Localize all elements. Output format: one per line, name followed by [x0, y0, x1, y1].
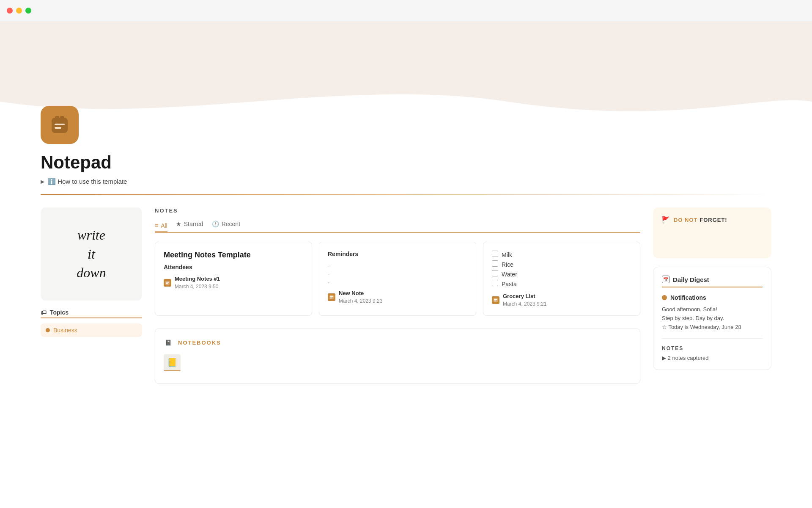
checkbox-milk[interactable]	[492, 251, 498, 257]
left-sidebar: writeitdown 🏷 Topics Business	[41, 207, 142, 340]
section-divider	[41, 194, 771, 195]
right-sidebar: 🚩 DO NOT FORGET! 📅 Daily Digest Noti	[653, 207, 771, 370]
tab-all-label: All	[161, 222, 167, 229]
tagline-text: Step by step. Day by day.	[662, 314, 763, 323]
daily-digest-card: 📅 Daily Digest Notifications Good aftern…	[653, 267, 771, 370]
tab-recent-label: Recent	[222, 221, 240, 227]
checklist-milk: Milk	[492, 251, 631, 259]
topics-label: Topics	[50, 309, 69, 316]
note-card-newnote-footer: New Note March 4, 2023 9:23	[328, 290, 467, 304]
do-not-forget-highlight: DO NOT	[674, 217, 698, 223]
svg-rect-8	[329, 295, 334, 299]
reminder-line-1: -	[328, 262, 467, 269]
notebooks-icon-wrap: 📓	[164, 337, 174, 348]
three-col-layout: writeitdown 🏷 Topics Business NOTES	[41, 207, 771, 384]
notifications-title: Notifications	[662, 294, 763, 301]
checklist-milk-label: Milk	[502, 251, 512, 258]
note-date-newnote: March 4, 2023 9:23	[339, 298, 382, 304]
notes-tabs: ≡ All ★ Starred 🕐 Recent	[155, 221, 640, 233]
notebook-tab[interactable]: 📒	[164, 354, 181, 371]
topics-header: 🏷 Topics	[41, 309, 142, 318]
do-not-forget-suffix: FORGET!	[700, 217, 727, 223]
notes-captured-text: ▶ 2 notes captured	[662, 355, 708, 361]
minimize-button[interactable]	[16, 8, 22, 14]
calendar-icon: 📅	[662, 276, 669, 283]
template-toggle-label: ℹ️ How to use this template	[48, 178, 127, 185]
note-card-grocery-footer: Grocery List March 4, 2023 9:21	[492, 293, 631, 307]
do-not-forget-card: 🚩 DO NOT FORGET!	[653, 207, 771, 258]
note-icon-grocery	[492, 296, 499, 304]
titlebar	[0, 0, 812, 21]
checkbox-pasta[interactable]	[492, 280, 498, 286]
tab-all[interactable]: ≡ All	[155, 222, 167, 232]
svg-rect-12	[494, 299, 497, 300]
middle-content: NOTES ≡ All ★ Starred 🕐 Recent	[155, 207, 640, 384]
notebook-tab-icon: 📒	[167, 357, 178, 367]
svg-rect-10	[330, 298, 332, 298]
write-text: writeitdown	[77, 226, 106, 282]
note-date-meeting: March 4, 2023 9:50	[175, 284, 220, 290]
flag-icon: 🚩	[661, 216, 670, 224]
reminder-line-2: -	[328, 271, 467, 277]
template-toggle[interactable]: ▶ ℹ️ How to use this template	[41, 178, 771, 185]
note-card-newnote[interactable]: Reminders - - -	[319, 242, 476, 316]
checkbox-rice[interactable]	[492, 260, 498, 267]
topics-section: 🏷 Topics Business	[41, 309, 142, 340]
checklist-water: Water	[492, 270, 631, 278]
note-card-meeting-subtitle: Attendees	[164, 264, 303, 271]
notebooks-title-label: NOTEBOOKS	[178, 340, 221, 346]
greeting-text: Good afternoon, Sofia!	[662, 305, 763, 314]
notes-digest-title: NOTES	[662, 338, 763, 351]
notebooks-section: 📓 NOTEBOOKS 📒	[155, 329, 640, 384]
notif-greeting: Good afternoon, Sofia! Step by step. Day…	[662, 305, 763, 331]
checkbox-water[interactable]	[492, 270, 498, 276]
topic-business-item[interactable]: Business	[41, 323, 142, 337]
note-card-grocery[interactable]: Milk Rice Water Pasta	[483, 242, 640, 316]
page-title: Notepad	[41, 152, 771, 173]
tab-recent[interactable]: 🕐 Recent	[212, 221, 240, 229]
tab-starred[interactable]: ★ Starred	[176, 221, 203, 229]
svg-rect-9	[330, 296, 333, 297]
checklist-water-label: Water	[502, 271, 517, 278]
note-card-meeting[interactable]: Meeting Notes Template Attendees Meeting…	[155, 242, 312, 316]
daily-digest-label: Daily Digest	[673, 276, 709, 283]
checklist-pasta-label: Pasta	[502, 281, 517, 287]
header-wave	[0, 21, 812, 119]
write-card: writeitdown	[41, 207, 142, 301]
notifications-section: Notifications Good afternoon, Sofia! Ste…	[662, 294, 763, 331]
svg-rect-3	[55, 124, 65, 125]
toggle-arrow: ▶	[41, 179, 44, 185]
svg-rect-7	[166, 283, 168, 284]
checklist-pasta: Pasta	[492, 280, 631, 288]
note-icon-newnote	[328, 293, 335, 301]
do-not-forget-text: DO NOT FORGET!	[674, 217, 727, 223]
note-card-meeting-title: Meeting Notes Template	[164, 251, 303, 260]
svg-rect-1	[55, 116, 59, 119]
maximize-button[interactable]	[25, 8, 31, 14]
clock-icon: 🕐	[212, 221, 219, 227]
svg-rect-11	[494, 298, 498, 302]
svg-rect-13	[494, 301, 496, 301]
note-name-grocery: Grocery List	[503, 293, 546, 299]
svg-rect-2	[60, 116, 64, 119]
tag-icon: 🏷	[41, 309, 47, 316]
notes-cards: Meeting Notes Template Attendees Meeting…	[155, 242, 640, 316]
notebooks-title: 📓 NOTEBOOKS	[164, 337, 631, 348]
close-button[interactable]	[7, 8, 13, 14]
note-card-meeting-footer: Meeting Notes #1 March 4, 2023 9:50	[164, 276, 303, 290]
checklist-rice: Rice	[492, 260, 631, 268]
topic-business-label: Business	[53, 327, 77, 334]
today-text: ☆ Today is Wednesday, June 28	[662, 323, 763, 332]
note-date-grocery: March 4, 2023 9:21	[503, 301, 546, 307]
reminder-line-3: -	[328, 279, 467, 285]
do-not-forget-title: 🚩 DO NOT FORGET!	[661, 216, 763, 224]
note-icon-meeting	[164, 279, 171, 287]
svg-rect-5	[165, 281, 170, 285]
main-content: Notepad ▶ ℹ️ How to use this template wr…	[0, 106, 812, 384]
note-card-newnote-subtitle: Reminders	[328, 251, 467, 257]
notes-captured: ▶ 2 notes captured	[662, 355, 763, 361]
note-name-newnote: New Note	[339, 290, 382, 296]
tab-starred-label: Starred	[184, 221, 203, 227]
daily-digest-title: 📅 Daily Digest	[662, 276, 763, 287]
list-icon: ≡	[155, 222, 158, 229]
